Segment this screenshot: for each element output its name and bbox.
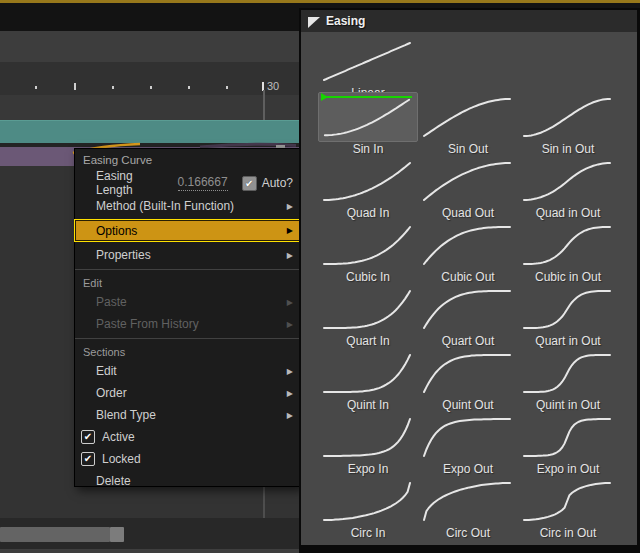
menu-item-method[interactable]: Method (Built-In Function) ▶ — [75, 195, 300, 217]
easing-option-expo-in-out[interactable]: Expo in Out — [518, 412, 618, 476]
menu-item-options[interactable]: Options ▶ — [74, 219, 301, 242]
menu-item-paste[interactable]: Paste ▶ — [75, 291, 300, 313]
curve-thumbnail — [518, 412, 618, 462]
easing-option-quad-in[interactable]: Quad In — [318, 156, 418, 220]
active-checkbox[interactable]: ✔ — [81, 430, 95, 444]
submenu-arrow-icon: ▶ — [287, 411, 293, 420]
playhead-line[interactable] — [263, 90, 265, 120]
ruler-tick — [35, 86, 37, 89]
easing-option-quad-in-out[interactable]: Quad in Out — [518, 156, 618, 220]
easing-option-quint-out[interactable]: Quint Out — [418, 348, 518, 412]
easing-option-label: Expo Out — [418, 462, 518, 476]
easing-options-grid: LinearSin InSin OutSin in OutQuad InQuad… — [301, 32, 637, 545]
easing-option-expo-out[interactable]: Expo Out — [418, 412, 518, 476]
curve-thumbnail — [518, 348, 618, 398]
easing-option-quart-in[interactable]: Quart In — [318, 284, 418, 348]
submenu-arrow-icon: ▶ — [287, 251, 293, 260]
auto-label: Auto? — [262, 176, 293, 190]
curve-thumbnail — [318, 476, 418, 526]
menu-item-active[interactable]: ✔ Active — [75, 426, 300, 448]
submenu-arrow-icon: ▶ — [287, 202, 293, 211]
easing-option-label: Cubic Out — [418, 270, 518, 284]
horizontal-scrollbar-thumb[interactable] — [0, 527, 110, 542]
menu-item-locked[interactable]: ✔ Locked — [75, 448, 300, 470]
curve-thumbnail — [418, 348, 518, 398]
easing-option-sin-in[interactable]: Sin In — [318, 92, 418, 156]
easing-option-quad-out[interactable]: Quad Out — [418, 156, 518, 220]
easing-option-label: Sin Out — [418, 142, 518, 156]
easing-option-label: Circ In — [318, 526, 418, 540]
easing-option-label: Cubic In — [318, 270, 418, 284]
easing-option-label: Quad Out — [418, 206, 518, 220]
easing-option-label: Circ Out — [418, 526, 518, 540]
easing-option-label: Expo In — [318, 462, 418, 476]
menu-section-sections: Sections — [75, 342, 300, 360]
easing-option-cubic-out[interactable]: Cubic Out — [418, 220, 518, 284]
curve-thumbnail — [518, 220, 618, 270]
horizontal-scrollbar-handle[interactable] — [110, 527, 124, 542]
easing-flyout-panel: Easing LinearSin InSin OutSin in OutQuad… — [299, 8, 640, 553]
curve-thumbnail — [318, 36, 418, 86]
curve-thumbnail — [518, 156, 618, 206]
curve-thumbnail — [418, 412, 518, 462]
curve-thumbnail — [318, 412, 418, 462]
menu-title: Easing Curve — [75, 150, 300, 171]
checkmark-icon: ✔ — [84, 453, 92, 465]
selection-range-bar — [323, 96, 412, 98]
easing-option-sin-out[interactable]: Sin Out — [418, 92, 518, 156]
menu-item-paste-from-history[interactable]: Paste From History ▶ — [75, 313, 300, 335]
easing-option-label: Quad in Out — [518, 206, 618, 220]
easing-option-label: Sin In — [318, 142, 418, 156]
easing-option-cubic-in[interactable]: Cubic In — [318, 220, 418, 284]
easing-option-label: Circ in Out — [518, 526, 618, 540]
easing-option-sin-in-out[interactable]: Sin in Out — [518, 92, 618, 156]
auto-checkbox[interactable]: ✔ — [242, 176, 257, 191]
easing-option-cubic-in-out[interactable]: Cubic in Out — [518, 220, 618, 284]
curve-thumbnail — [318, 284, 418, 334]
menu-section-edit: Edit — [75, 273, 300, 291]
curve-thumbnail — [418, 284, 518, 334]
easing-option-label: Quint in Out — [518, 398, 618, 412]
easing-option-label: Cubic in Out — [518, 270, 618, 284]
ruler-tick — [112, 86, 114, 89]
easing-option-label: Quart in Out — [518, 334, 618, 348]
ruler-tick — [188, 86, 190, 89]
easing-length-input[interactable]: 0.166667 — [178, 175, 228, 191]
menu-item-blend-type[interactable]: Blend Type ▶ — [75, 404, 300, 426]
menu-item-edit[interactable]: Edit ▶ — [75, 360, 300, 382]
menu-item-order[interactable]: Order ▶ — [75, 382, 300, 404]
easing-option-label: Quad In — [318, 206, 418, 220]
curve-thumbnail — [418, 476, 518, 526]
easing-option-label: Sin in Out — [518, 142, 618, 156]
easing-option-circ-in-out[interactable]: Circ in Out — [518, 476, 618, 540]
submenu-arrow-icon: ▶ — [287, 367, 293, 376]
curve-thumbnail — [318, 156, 418, 206]
easing-option-expo-in[interactable]: Expo In — [318, 412, 418, 476]
easing-option-label: Quart In — [318, 334, 418, 348]
easing-option-linear[interactable]: Linear — [318, 36, 418, 100]
locked-checkbox[interactable]: ✔ — [81, 452, 95, 466]
menu-item-delete[interactable]: Delete — [75, 470, 300, 492]
frame-number-label: 30 — [267, 80, 279, 92]
easing-option-quint-in[interactable]: Quint In — [318, 348, 418, 412]
submenu-arrow-icon: ▶ — [287, 298, 293, 307]
curve-thumbnail — [318, 348, 418, 398]
easing-option-circ-out[interactable]: Circ Out — [418, 476, 518, 540]
easing-option-quint-in-out[interactable]: Quint in Out — [518, 348, 618, 412]
menu-item-easing-length: Easing Length 0.166667 ✔ Auto? — [75, 171, 300, 195]
easing-option-circ-in[interactable]: Circ In — [318, 476, 418, 540]
checkmark-icon: ✔ — [84, 431, 92, 443]
easing-option-quart-in-out[interactable]: Quart in Out — [518, 284, 618, 348]
easing-panel-header[interactable]: Easing — [301, 10, 637, 32]
menu-item-properties[interactable]: Properties ▶ — [75, 244, 300, 266]
curve-thumbnail — [418, 220, 518, 270]
curve-thumbnail — [518, 284, 618, 334]
submenu-arrow-icon: ▶ — [287, 320, 293, 329]
easing-option-label: Expo in Out — [518, 462, 618, 476]
menu-separator — [75, 338, 300, 339]
easing-option-label: Quint In — [318, 398, 418, 412]
curve-thumbnail — [318, 220, 418, 270]
expander-arrow-icon — [307, 14, 321, 28]
easing-curve-context-menu: Easing Curve Easing Length 0.166667 ✔ Au… — [74, 148, 301, 487]
easing-option-quart-out[interactable]: Quart Out — [418, 284, 518, 348]
